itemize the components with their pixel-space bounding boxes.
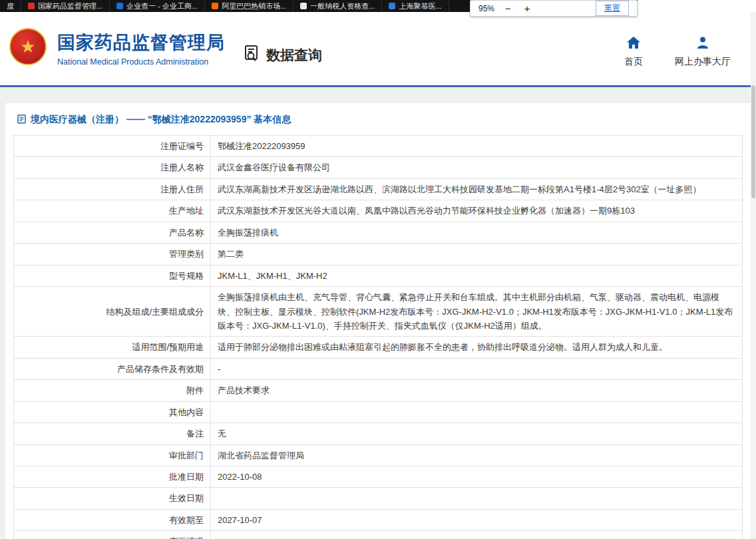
- scrollbar-thumb[interactable]: [751, 85, 755, 198]
- row-value: 全胸振荡排痰机由主机、充气导管、背心气囊、紧急停止开关和台车组成。其中主机部分由…: [211, 287, 743, 337]
- table-row: 结构及组成/主要组成成分全胸振荡排痰机由主机、充气导管、背心气囊、紧急停止开关和…: [14, 287, 743, 337]
- browser-tab[interactable]: 阿里巴巴热销市场...: [205, 0, 293, 12]
- browser-tab[interactable]: 企业查一 - 企业工商...: [110, 0, 205, 12]
- nav-online-hall[interactable]: 网上办事大厅: [675, 36, 731, 68]
- row-label: 管理类别: [14, 244, 211, 265]
- browser-tab[interactable]: 上海聚慕医...: [382, 0, 449, 12]
- info-card: 境内医疗器械（注册） —— “鄂械注准20222093959” 基本信息 注册证…: [5, 103, 751, 539]
- table-row: 审批部门湖北省药品监督管理局: [14, 445, 743, 466]
- row-value: 武汉金鑫谷医疗设备有限公司: [211, 157, 743, 178]
- data-query-label: 数据查询: [266, 46, 322, 65]
- row-value: 全胸振荡排痰机: [211, 222, 743, 243]
- page-title: 境内医疗器械（注册） —— “鄂械注准20222093959” 基本信息: [13, 103, 743, 135]
- info-table-body: 注册证编号鄂械注准20222093959注册人名称武汉金鑫谷医疗设备有限公司注册…: [14, 136, 743, 539]
- row-label: 产品储存条件及有效期: [14, 358, 211, 379]
- tab-label: 国家药品监督管理...: [38, 1, 102, 11]
- table-row: 生效日期: [14, 488, 743, 509]
- tabbar-right-gap: [638, 0, 756, 12]
- tab-label: 一般纳税人资格查...: [310, 1, 375, 11]
- table-row: 批准日期2022-10-08: [14, 466, 743, 488]
- site-title-en: National Medical Products Administration: [57, 57, 225, 67]
- table-row: 产品名称全胸振荡排痰机: [14, 222, 743, 243]
- table-row: 型号规格JKM-L1、JKM-H1、JKM-H2: [14, 265, 743, 286]
- doc-search-icon: [243, 44, 262, 66]
- row-label: 注册证编号: [14, 136, 211, 157]
- row-value: [211, 531, 743, 539]
- zoom-reset-button[interactable]: 重置: [596, 1, 629, 16]
- row-value: 武汉东湖高新技术开发区汤逊湖北路以西、滨湖路以北理工大科技园研发基地二期一标段第…: [211, 178, 743, 200]
- row-value: 2022-10-08: [211, 466, 743, 488]
- zoom-out-button[interactable]: −: [502, 3, 514, 14]
- tab-favicon: [28, 3, 35, 9]
- page-content: 境内医疗器械（注册） —— “鄂械注准20222093959” 基本信息 注册证…: [0, 87, 756, 539]
- row-value: 2027-10-07: [211, 509, 743, 530]
- row-label: 有效期至: [14, 509, 211, 530]
- table-row: 注册人名称武汉金鑫谷医疗设备有限公司: [14, 157, 743, 178]
- browser-tabs: 度国家药品监督管理...企业查一 - 企业工商...阿里巴巴热销市场...一般纳…: [0, 0, 449, 12]
- nav-home-label: 首页: [624, 56, 643, 68]
- data-query-link[interactable]: 数据查询: [243, 44, 322, 66]
- row-value: [211, 401, 743, 423]
- row-value: 产品技术要求: [211, 380, 743, 401]
- row-value: 适用于肺部分泌物排出困难或由粘液阻塞引起的肺膨胀不全的患者，协助排出呼吸道分泌物…: [211, 337, 743, 358]
- row-value: 武汉东湖新技术开发区光谷大道以南、凤凰中路以西光谷动力节能环保科技企业孵化器（加…: [211, 200, 743, 222]
- row-value: 无: [211, 423, 743, 445]
- row-label: 备注: [14, 423, 211, 445]
- row-value: JKM-L1、JKM-H1、JKM-H2: [211, 265, 743, 286]
- row-label: 生产地址: [14, 200, 211, 222]
- row-label: 审批部门: [14, 445, 211, 466]
- document-icon: [17, 114, 26, 126]
- site-header: ★ 国家药品监督管理局 National Medical Products Ad…: [0, 12, 756, 85]
- site-title-group: 国家药品监督管理局 National Medical Products Admi…: [57, 31, 225, 67]
- row-value: -: [211, 358, 743, 379]
- national-emblem-logo: ★: [9, 28, 47, 65]
- table-row: 产品储存条件及有效期-: [14, 358, 743, 379]
- tab-label: 度: [7, 1, 14, 11]
- zoom-in-button[interactable]: +: [522, 3, 533, 14]
- row-label: 型号规格: [14, 265, 211, 286]
- row-label: 产品名称: [14, 222, 211, 243]
- page-title-text: 境内医疗器械（注册） —— “鄂械注准20222093959” 基本信息: [31, 114, 291, 126]
- table-row: 备注无: [14, 423, 743, 445]
- tab-label: 阿里巴巴热销市场...: [222, 1, 286, 11]
- browser-tab[interactable]: 一般纳税人资格查...: [293, 0, 382, 12]
- screen: 度国家药品监督管理...企业查一 - 企业工商...阿里巴巴热销市场...一般纳…: [0, 0, 756, 539]
- table-row: 管理类别第二类: [14, 244, 743, 265]
- zoom-popup: 95% − + 重置: [470, 0, 638, 17]
- row-label: 生效日期: [14, 488, 211, 509]
- row-label: 批准日期: [14, 466, 211, 488]
- row-value: 鄂械注准20222093959: [211, 136, 743, 157]
- tab-favicon: [212, 3, 218, 9]
- tab-label: 上海聚慕医...: [399, 1, 441, 11]
- tab-label: 企业查一 - 企业工商...: [126, 1, 198, 11]
- vertical-scrollbar[interactable]: [751, 12, 756, 539]
- row-label: 注册人名称: [14, 157, 211, 178]
- row-label: 附件: [14, 380, 211, 401]
- table-row: 其他内容: [14, 401, 743, 423]
- row-label: 结构及组成/主要组成成分: [14, 287, 211, 337]
- table-row: 生产地址武汉东湖新技术开发区光谷大道以南、凤凰中路以西光谷动力节能环保科技企业孵…: [14, 200, 743, 222]
- registration-info-table: 注册证编号鄂械注准20222093959注册人名称武汉金鑫谷医疗设备有限公司注册…: [13, 135, 743, 539]
- home-icon: [626, 36, 641, 51]
- site-title-cn: 国家药品监督管理局: [57, 31, 225, 55]
- table-row: 有效期至2027-10-07: [14, 509, 743, 530]
- tab-favicon: [389, 3, 395, 9]
- header-nav: 首页 网上办事大厅: [624, 36, 731, 68]
- table-row: 变更情况: [14, 531, 743, 539]
- row-label: 其他内容: [14, 401, 211, 423]
- browser-tab[interactable]: 国家药品监督管理...: [21, 0, 110, 12]
- table-row: 适用范围/预期用途适用于肺部分泌物排出困难或由粘液阻塞引起的肺膨胀不全的患者，协…: [14, 337, 743, 358]
- row-value: 第二类: [211, 244, 743, 265]
- nav-home[interactable]: 首页: [624, 36, 643, 68]
- nav-hall-label: 网上办事大厅: [675, 56, 731, 68]
- row-value: [211, 488, 743, 509]
- tab-favicon: [300, 3, 307, 9]
- table-row: 附件产品技术要求: [14, 380, 743, 401]
- browser-tab[interactable]: 度: [0, 0, 21, 12]
- tab-favicon: [116, 3, 123, 9]
- row-value: 湖北省药品监督管理局: [211, 445, 743, 466]
- row-label: 变更情况: [14, 531, 211, 539]
- table-row: 注册证编号鄂械注准20222093959: [14, 136, 743, 157]
- row-label: 适用范围/预期用途: [14, 337, 211, 358]
- row-label: 注册人住所: [14, 178, 211, 200]
